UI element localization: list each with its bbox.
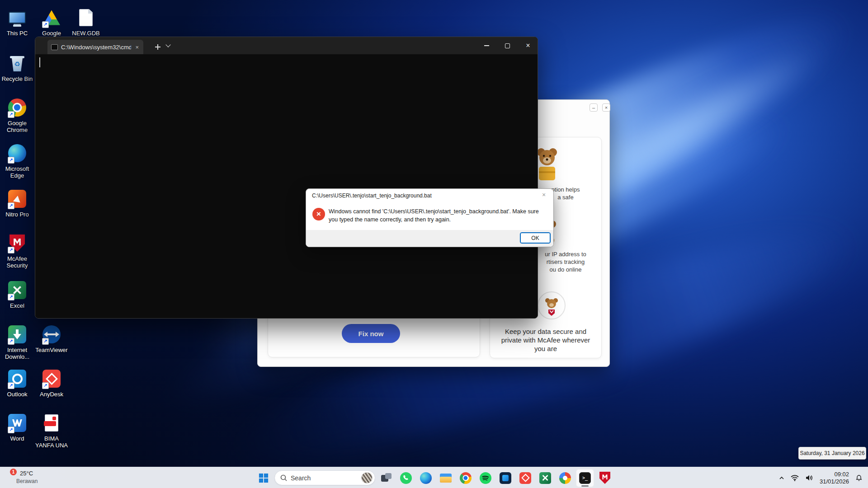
volume-button[interactable]	[803, 470, 815, 486]
minimize-icon[interactable]: –	[590, 103, 598, 112]
desktop-icon-label: TeamViewer	[34, 347, 69, 353]
pdf-file-icon	[41, 412, 62, 434]
file-explorer-icon	[440, 473, 452, 483]
mcafee-bear-badge	[538, 291, 566, 321]
promo-text: Keep your data secure and private with M…	[496, 327, 595, 353]
desktop-icon-idm[interactable]: Internet Downlo...	[0, 324, 34, 360]
windows-logo-icon	[259, 473, 269, 483]
desktop-icon-label: AnyDesk	[34, 391, 69, 398]
dialog-message: Windows cannot find 'C:\Users\USER\.tenj…	[329, 207, 546, 224]
teamviewer-icon	[41, 324, 62, 345]
anydesk-button[interactable]	[516, 469, 534, 487]
desktop-icon-label: Word	[0, 435, 34, 442]
desktop-icon-pdf-file[interactable]: BIMA YANFA UNA	[34, 412, 69, 449]
mcafee-shield-icon	[6, 232, 28, 254]
dialog-title: C:\Users\USER\.tenjo\start_tenjo_backgro…	[312, 192, 432, 199]
spotify-button[interactable]	[476, 469, 495, 487]
desktop-icon-excel[interactable]: Excel	[0, 279, 34, 309]
fix-now-button[interactable]: Fix now	[342, 324, 400, 343]
tab-close-icon[interactable]: ×	[134, 44, 140, 51]
search-icon	[280, 474, 287, 481]
search-label: Search	[291, 474, 358, 482]
document-icon	[75, 7, 97, 28]
nitro-pro-icon	[6, 188, 28, 210]
ok-button[interactable]: OK	[520, 232, 551, 244]
terminal-button[interactable]	[576, 469, 594, 487]
recycle-bin-icon: ♻	[6, 52, 28, 74]
anydesk-icon	[41, 368, 62, 389]
whatsapp-icon	[400, 472, 412, 484]
desktop-icon-label: McAfee Security Sc...	[0, 255, 34, 269]
chrome-icon	[460, 472, 472, 484]
weather-condition-label: Berawan	[16, 478, 38, 484]
google-colors-icon	[559, 472, 571, 484]
edge-button[interactable]	[417, 469, 435, 487]
desktop-icon-nitro-pro[interactable]: Nitro Pro	[0, 188, 34, 218]
error-icon: ×	[312, 208, 325, 221]
close-button[interactable]: ×	[518, 37, 538, 54]
task-view-icon	[381, 472, 392, 483]
google-app-button[interactable]	[556, 469, 574, 487]
desktop-icon-outlook[interactable]: Outlook	[0, 368, 34, 398]
terminal-content[interactable]	[35, 54, 538, 318]
search-highlight-image	[361, 472, 373, 483]
wifi-icon	[791, 474, 799, 481]
terminal-titlebar[interactable]: C:\Windows\system32\cmd.e… × ×	[35, 37, 538, 54]
dark-blue-app-button[interactable]	[496, 469, 514, 487]
excel-icon	[6, 279, 28, 301]
taskbar-clock[interactable]: 09:02 31/01/2026	[818, 471, 851, 485]
maximize-button[interactable]	[497, 37, 518, 54]
terminal-tab[interactable]: C:\Windows\system32\cmd.e… ×	[47, 40, 143, 54]
desktop-icon-label: Outlook	[0, 391, 34, 398]
spotify-icon	[480, 472, 491, 484]
error-dialog: C:\Users\USER\.tenjo\start_tenjo_backgro…	[306, 188, 554, 247]
cmd-icon	[51, 44, 58, 50]
desktop-icon-recycle-bin[interactable]: ♻ Recycle Bin	[0, 52, 34, 82]
close-icon[interactable]: ×	[602, 103, 610, 112]
desktop-icon-word[interactable]: Word	[0, 412, 34, 442]
mcafee-shield-icon	[599, 472, 610, 484]
word-icon	[6, 412, 28, 434]
tray-overflow-button[interactable]	[777, 470, 786, 486]
file-explorer-button[interactable]	[437, 469, 455, 487]
terminal-tab-title: C:\Windows\system32\cmd.e…	[61, 44, 131, 51]
chrome-icon	[6, 97, 28, 118]
edge-icon	[420, 472, 432, 484]
desktop-icon-label: Microsoft Edge	[0, 165, 34, 179]
whatsapp-button[interactable]	[397, 469, 415, 487]
desktop-icon-microsoft-edge[interactable]: Microsoft Edge	[0, 142, 34, 179]
desktop-icon-teamviewer[interactable]: TeamViewer	[34, 324, 69, 353]
start-button[interactable]	[255, 469, 273, 487]
wifi-button[interactable]	[789, 470, 801, 486]
chrome-button[interactable]	[457, 469, 475, 487]
minimize-button[interactable]	[476, 37, 497, 54]
chevron-down-icon[interactable]	[166, 43, 171, 47]
desktop-icon-anydesk[interactable]: AnyDesk	[34, 368, 69, 398]
terminal-icon	[579, 472, 591, 484]
notification-bell-icon	[855, 474, 863, 482]
google-drive-icon	[41, 7, 62, 28]
desktop-icon-mcafee[interactable]: McAfee Security Sc...	[0, 232, 34, 269]
desktop-icon-new-gdb[interactable]: NEW.GDB	[69, 7, 103, 37]
mcafee-button[interactable]	[596, 469, 614, 487]
desktop-icon-this-pc[interactable]: This PC	[0, 7, 34, 37]
notification-center-button[interactable]	[854, 470, 864, 486]
desktop-icon-label: NEW.GDB	[69, 30, 103, 37]
anydesk-icon	[519, 472, 531, 484]
new-tab-button[interactable]	[152, 41, 164, 53]
dialog-close-icon[interactable]: ×	[539, 191, 549, 200]
clock-time: 09:02	[820, 471, 849, 478]
desktop-icon-google-chrome[interactable]: Google Chrome	[0, 97, 34, 133]
weather-widget[interactable]: 1 25°C Berawan	[5, 467, 54, 488]
task-view-button[interactable]	[377, 469, 395, 487]
excel-button[interactable]	[536, 469, 554, 487]
system-tray: 09:02 31/01/2026	[777, 467, 864, 488]
desktop-icon-label: Recycle Bin	[0, 75, 34, 82]
temperature-label: 25°C	[20, 470, 33, 477]
desktop-icon-label: Nitro Pro	[0, 211, 34, 218]
promo-text-fragment: ur IP address to rtisers tracking ou do …	[540, 250, 591, 273]
desktop-icon-label: Google Chrome	[0, 120, 34, 133]
volume-icon	[805, 474, 813, 481]
search-box[interactable]: Search	[274, 470, 375, 485]
edge-icon	[6, 142, 28, 164]
